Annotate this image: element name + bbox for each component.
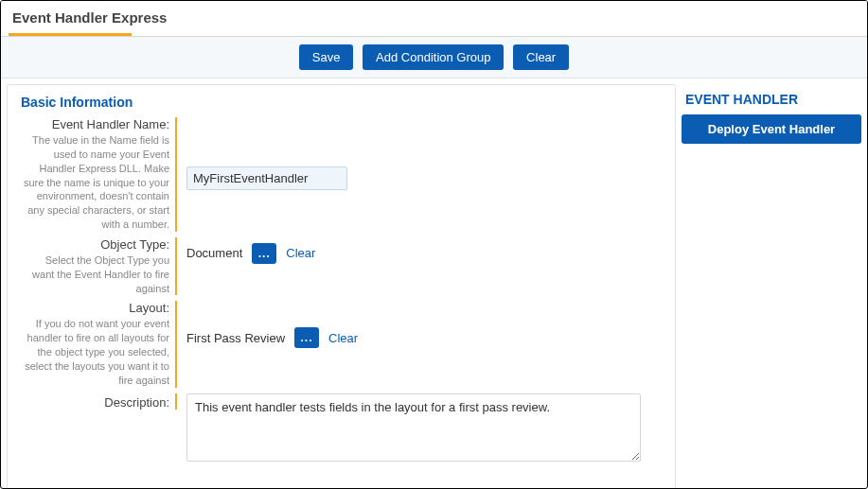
description-label: Description: <box>104 395 169 410</box>
app-title: Event Handler Express <box>1 1 867 33</box>
save-button[interactable]: Save <box>299 44 354 70</box>
section-title: Basic Information <box>21 95 662 110</box>
object-type-clear-link[interactable]: Clear <box>286 246 315 260</box>
name-label: Event Handler Name: <box>52 117 169 131</box>
object-type-picker-button[interactable]: ... <box>252 243 276 264</box>
description-textarea[interactable] <box>186 393 641 462</box>
object-type-hint: Select the Object Type you want the Even… <box>21 253 169 296</box>
tab-underline <box>9 33 132 36</box>
main-panel: Basic Information Event Handler Name: Th… <box>7 84 676 489</box>
event-handler-name-input[interactable] <box>186 166 347 190</box>
object-type-label: Object Type: <box>100 237 169 252</box>
add-condition-group-button[interactable]: Add Condition Group <box>363 44 504 70</box>
app-header: Event Handler Express <box>1 1 867 37</box>
side-panel-title: EVENT HANDLER <box>682 84 861 114</box>
field-event-handler-name: Event Handler Name: The value in the Nam… <box>21 117 662 232</box>
toolbar: Save Add Condition Group Clear <box>1 37 867 79</box>
side-panel: EVENT HANDLER Deploy Event Handler <box>682 84 861 489</box>
field-object-type: Object Type: Select the Object Type you … <box>21 237 662 296</box>
field-layout: Layout: If you do not want your event ha… <box>21 301 662 387</box>
layout-hint: If you do not want your event handler to… <box>21 317 169 387</box>
clear-button[interactable]: Clear <box>513 44 569 70</box>
layout-value: First Pass Review <box>186 331 285 345</box>
layout-clear-link[interactable]: Clear <box>328 331 358 345</box>
layout-label: Layout: <box>129 301 169 315</box>
layout-picker-button[interactable]: ... <box>294 327 319 348</box>
object-type-value: Document <box>186 246 242 260</box>
field-description: Description: <box>21 393 662 464</box>
deploy-event-handler-button[interactable]: Deploy Event Handler <box>682 114 861 144</box>
name-hint: The value in the Name field is used to n… <box>21 133 169 232</box>
